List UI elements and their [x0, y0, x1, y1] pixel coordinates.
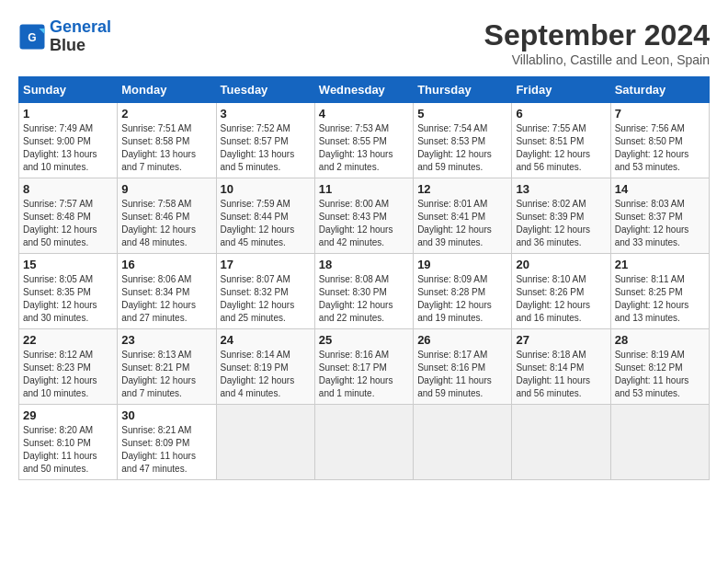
day-info: Sunrise: 7:57 AM Sunset: 8:48 PM Dayligh…	[23, 198, 113, 249]
day-info: Sunrise: 7:59 AM Sunset: 8:44 PM Dayligh…	[221, 198, 311, 249]
day-info: Sunrise: 7:53 AM Sunset: 8:55 PM Dayligh…	[319, 122, 409, 174]
day-number: 26	[417, 333, 507, 347]
day-number: 23	[121, 333, 211, 347]
calendar-day-cell: 18Sunrise: 8:08 AM Sunset: 8:30 PM Dayli…	[314, 254, 413, 329]
logo-icon: G	[18, 23, 46, 51]
day-info: Sunrise: 8:03 AM Sunset: 8:37 PM Dayligh…	[615, 198, 705, 249]
day-info: Sunrise: 8:20 AM Sunset: 8:10 PM Dayligh…	[23, 424, 113, 476]
calendar-day-cell: 11Sunrise: 8:00 AM Sunset: 8:43 PM Dayli…	[314, 178, 413, 254]
page-header: G General Blue September 2024 Villablino…	[18, 18, 710, 67]
day-number: 16	[121, 258, 211, 271]
day-of-week-header: Saturday	[610, 77, 709, 103]
day-info: Sunrise: 8:11 AM Sunset: 8:25 PM Dayligh…	[615, 273, 705, 325]
day-number: 8	[23, 182, 113, 196]
day-number: 11	[319, 182, 409, 196]
day-number: 12	[417, 182, 507, 196]
day-number: 28	[615, 333, 705, 347]
calendar-day-cell: 19Sunrise: 8:09 AM Sunset: 8:28 PM Dayli…	[414, 254, 512, 329]
calendar-day-cell	[414, 405, 512, 480]
day-info: Sunrise: 8:14 AM Sunset: 8:19 PM Dayligh…	[221, 349, 311, 400]
day-info: Sunrise: 8:00 AM Sunset: 8:43 PM Dayligh…	[319, 198, 409, 249]
day-number: 25	[319, 333, 409, 347]
calendar-header-row: SundayMondayTuesdayWednesdayThursdayFrid…	[19, 77, 710, 103]
day-number: 13	[516, 182, 606, 196]
day-info: Sunrise: 8:16 AM Sunset: 8:17 PM Dayligh…	[319, 349, 409, 400]
day-number: 19	[417, 258, 507, 271]
calendar-day-cell	[216, 405, 314, 480]
day-of-week-header: Friday	[512, 77, 610, 103]
day-info: Sunrise: 8:02 AM Sunset: 8:39 PM Dayligh…	[516, 198, 606, 249]
day-info: Sunrise: 8:07 AM Sunset: 8:32 PM Dayligh…	[221, 273, 311, 325]
day-number: 14	[615, 182, 705, 196]
day-number: 9	[121, 182, 211, 196]
svg-text:G: G	[28, 30, 36, 43]
calendar-day-cell: 20Sunrise: 8:10 AM Sunset: 8:26 PM Dayli…	[512, 254, 610, 329]
calendar-day-cell: 16Sunrise: 8:06 AM Sunset: 8:34 PM Dayli…	[118, 254, 216, 329]
calendar-day-cell: 15Sunrise: 8:05 AM Sunset: 8:35 PM Dayli…	[19, 254, 118, 329]
calendar-day-cell: 17Sunrise: 8:07 AM Sunset: 8:32 PM Dayli…	[216, 254, 314, 329]
calendar-day-cell: 3Sunrise: 7:52 AM Sunset: 8:57 PM Daylig…	[216, 103, 314, 178]
calendar-day-cell: 29Sunrise: 8:20 AM Sunset: 8:10 PM Dayli…	[19, 405, 118, 480]
calendar-day-cell: 26Sunrise: 8:17 AM Sunset: 8:16 PM Dayli…	[414, 329, 512, 405]
calendar-week-row: 15Sunrise: 8:05 AM Sunset: 8:35 PM Dayli…	[19, 254, 710, 329]
calendar-day-cell: 23Sunrise: 8:13 AM Sunset: 8:21 PM Dayli…	[118, 329, 216, 405]
day-info: Sunrise: 8:01 AM Sunset: 8:41 PM Dayligh…	[417, 198, 507, 249]
calendar-day-cell: 25Sunrise: 8:16 AM Sunset: 8:17 PM Dayli…	[314, 329, 413, 405]
day-number: 10	[221, 182, 311, 196]
day-info: Sunrise: 8:12 AM Sunset: 8:23 PM Dayligh…	[23, 349, 113, 400]
calendar-day-cell: 4Sunrise: 7:53 AM Sunset: 8:55 PM Daylig…	[314, 103, 413, 178]
calendar-day-cell: 30Sunrise: 8:21 AM Sunset: 8:09 PM Dayli…	[118, 405, 216, 480]
location-title: Villablino, Castille and Leon, Spain	[484, 52, 710, 67]
calendar-day-cell: 27Sunrise: 8:18 AM Sunset: 8:14 PM Dayli…	[512, 329, 610, 405]
calendar-day-cell	[314, 405, 413, 480]
calendar-day-cell: 6Sunrise: 7:55 AM Sunset: 8:51 PM Daylig…	[512, 103, 610, 178]
day-info: Sunrise: 8:10 AM Sunset: 8:26 PM Dayligh…	[516, 273, 606, 325]
calendar-day-cell: 28Sunrise: 8:19 AM Sunset: 8:12 PM Dayli…	[610, 329, 709, 405]
calendar-day-cell	[610, 405, 709, 480]
calendar-day-cell: 13Sunrise: 8:02 AM Sunset: 8:39 PM Dayli…	[512, 178, 610, 254]
day-info: Sunrise: 8:17 AM Sunset: 8:16 PM Dayligh…	[417, 349, 507, 400]
day-number: 24	[221, 333, 311, 347]
day-of-week-header: Thursday	[414, 77, 512, 103]
day-of-week-header: Wednesday	[314, 77, 413, 103]
calendar-day-cell: 2Sunrise: 7:51 AM Sunset: 8:58 PM Daylig…	[118, 103, 216, 178]
day-number: 3	[221, 107, 311, 121]
day-info: Sunrise: 8:19 AM Sunset: 8:12 PM Dayligh…	[615, 349, 705, 400]
day-info: Sunrise: 8:08 AM Sunset: 8:30 PM Dayligh…	[319, 273, 409, 325]
day-info: Sunrise: 7:49 AM Sunset: 9:00 PM Dayligh…	[23, 122, 113, 174]
calendar-day-cell: 10Sunrise: 7:59 AM Sunset: 8:44 PM Dayli…	[216, 178, 314, 254]
day-number: 4	[319, 107, 409, 121]
day-of-week-header: Tuesday	[216, 77, 314, 103]
calendar-week-row: 8Sunrise: 7:57 AM Sunset: 8:48 PM Daylig…	[19, 178, 710, 254]
day-info: Sunrise: 7:54 AM Sunset: 8:53 PM Dayligh…	[417, 122, 507, 174]
day-info: Sunrise: 8:13 AM Sunset: 8:21 PM Dayligh…	[121, 349, 211, 400]
day-of-week-header: Sunday	[19, 77, 118, 103]
calendar-table: SundayMondayTuesdayWednesdayThursdayFrid…	[18, 76, 710, 480]
day-info: Sunrise: 8:05 AM Sunset: 8:35 PM Dayligh…	[23, 273, 113, 325]
day-number: 1	[23, 107, 113, 121]
calendar-day-cell: 22Sunrise: 8:12 AM Sunset: 8:23 PM Dayli…	[19, 329, 118, 405]
day-number: 21	[615, 258, 705, 271]
day-info: Sunrise: 7:55 AM Sunset: 8:51 PM Dayligh…	[516, 122, 606, 174]
day-number: 7	[615, 107, 705, 121]
day-number: 22	[23, 333, 113, 347]
day-number: 29	[23, 408, 113, 422]
calendar-day-cell: 24Sunrise: 8:14 AM Sunset: 8:19 PM Dayli…	[216, 329, 314, 405]
calendar-week-row: 29Sunrise: 8:20 AM Sunset: 8:10 PM Dayli…	[19, 405, 710, 480]
calendar-day-cell: 1Sunrise: 7:49 AM Sunset: 9:00 PM Daylig…	[19, 103, 118, 178]
logo-text: General Blue	[50, 18, 111, 55]
day-info: Sunrise: 7:56 AM Sunset: 8:50 PM Dayligh…	[615, 122, 705, 174]
day-info: Sunrise: 8:09 AM Sunset: 8:28 PM Dayligh…	[417, 273, 507, 325]
month-title: September 2024	[484, 18, 710, 52]
calendar-day-cell: 21Sunrise: 8:11 AM Sunset: 8:25 PM Dayli…	[610, 254, 709, 329]
calendar-day-cell: 9Sunrise: 7:58 AM Sunset: 8:46 PM Daylig…	[118, 178, 216, 254]
day-info: Sunrise: 8:18 AM Sunset: 8:14 PM Dayligh…	[516, 349, 606, 400]
day-of-week-header: Monday	[118, 77, 216, 103]
calendar-day-cell	[512, 405, 610, 480]
day-number: 30	[121, 408, 211, 422]
calendar-day-cell: 12Sunrise: 8:01 AM Sunset: 8:41 PM Dayli…	[414, 178, 512, 254]
day-number: 5	[417, 107, 507, 121]
logo: G General Blue	[18, 18, 111, 55]
day-info: Sunrise: 7:51 AM Sunset: 8:58 PM Dayligh…	[121, 122, 211, 174]
calendar-week-row: 1Sunrise: 7:49 AM Sunset: 9:00 PM Daylig…	[19, 103, 710, 178]
